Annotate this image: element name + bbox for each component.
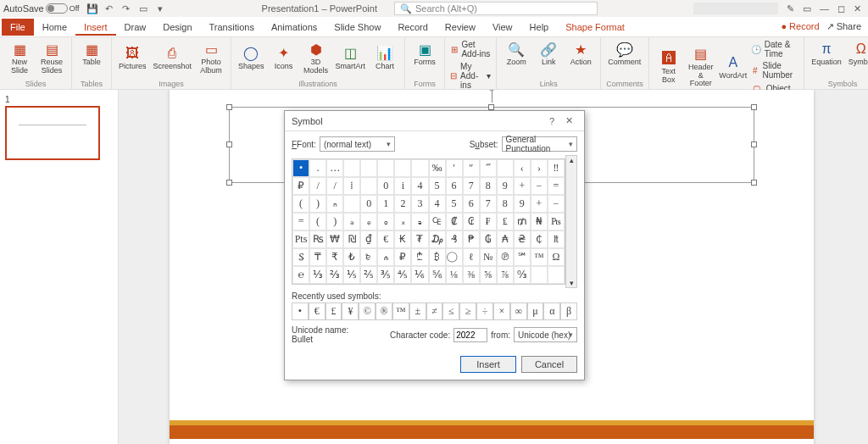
- symbol-cell[interactable]: №: [480, 248, 497, 266]
- zoom-button[interactable]: 🔍Zoom: [502, 39, 531, 69]
- symbol-cell[interactable]: ‼: [548, 159, 565, 177]
- symbol-cell[interactable]: ™: [531, 248, 548, 266]
- symbol-cell[interactable]: ₻: [360, 248, 377, 266]
- symbol-cell[interactable]: 7: [480, 195, 497, 213]
- symbol-cell[interactable]: ₮: [411, 230, 428, 248]
- symbol-cell[interactable]: ₽: [292, 177, 309, 195]
- symbol-cell[interactable]: ₨: [309, 230, 326, 248]
- recent-symbol-cell[interactable]: α: [543, 302, 560, 320]
- symbol-cell[interactable]: +: [531, 195, 548, 213]
- symbol-cell[interactable]: ₳: [497, 230, 514, 248]
- tab-shape-format[interactable]: Shape Format: [557, 19, 633, 36]
- symbol-cell[interactable]: /: [309, 177, 326, 195]
- dialog-close-icon[interactable]: ✕: [560, 115, 577, 126]
- shapes-button[interactable]: ◯Shapes: [236, 39, 266, 77]
- screenshot-button[interactable]: ⎙Screenshot: [152, 39, 194, 77]
- chart-button[interactable]: 📊Chart: [370, 39, 399, 77]
- symbol-cell[interactable]: (: [309, 213, 326, 230]
- symbol-cell[interactable]: ₪: [343, 230, 360, 248]
- symbol-cell[interactable]: ₧: [548, 213, 565, 230]
- symbol-cell[interactable]: ›: [531, 159, 548, 177]
- symbol-cell[interactable]: 6: [463, 195, 480, 213]
- symbol-cell[interactable]: [343, 195, 360, 213]
- recent-symbol-cell[interactable]: ®: [376, 302, 392, 320]
- symbol-cell[interactable]: ↉: [514, 266, 531, 284]
- symbol-cell[interactable]: ⃝: [446, 248, 463, 266]
- tab-transitions[interactable]: Transitions: [201, 19, 263, 36]
- symbol-cell[interactable]: ₤: [497, 213, 514, 230]
- symbol-cell[interactable]: ₼: [377, 248, 394, 266]
- symbol-cell[interactable]: ₐ: [343, 213, 360, 230]
- tab-record[interactable]: Record: [389, 19, 436, 36]
- symbol-cell[interactable]: …: [326, 159, 343, 177]
- symbol-cell[interactable]: ₷: [292, 248, 309, 266]
- symbol-cell[interactable]: [531, 266, 548, 284]
- symbol-cell[interactable]: ⅖: [360, 266, 377, 284]
- insert-button[interactable]: Insert: [460, 356, 516, 373]
- symbol-cell[interactable]: [360, 159, 377, 177]
- tab-slideshow[interactable]: Slide Show: [326, 19, 389, 36]
- symbol-cell[interactable]: ₣: [480, 213, 497, 230]
- link-button[interactable]: 🔗Link: [534, 39, 563, 69]
- symbol-cell[interactable]: ₩: [326, 230, 343, 248]
- recent-symbol-cell[interactable]: ±: [409, 302, 426, 320]
- symbol-cell[interactable]: =: [292, 213, 309, 230]
- search-input[interactable]: 🔍 Search (Alt+Q): [394, 2, 598, 15]
- symbol-cell[interactable]: [497, 159, 514, 177]
- forms-button[interactable]: ▣Forms: [410, 39, 439, 69]
- recent-symbol-cell[interactable]: £: [326, 302, 342, 320]
- recent-symbol-cell[interactable]: €: [309, 302, 326, 320]
- reuse-slides-button[interactable]: ▤Reuse Slides: [37, 39, 66, 77]
- photo-album-button[interactable]: ▭Photo Album: [197, 39, 225, 77]
- symbol-cell[interactable]: ₽: [394, 248, 411, 266]
- symbol-cell[interactable]: +: [514, 177, 531, 195]
- date-time-button[interactable]: 🕒Date & Time: [751, 39, 798, 59]
- symbol-cell[interactable]: ₺: [343, 248, 360, 266]
- from-combo[interactable]: Unicode (hex): [514, 327, 577, 342]
- symbol-cell[interactable]: ‹: [514, 159, 531, 177]
- symbol-cell[interactable]: ℓ: [463, 248, 480, 266]
- ribbon-options-icon[interactable]: ✎: [787, 3, 794, 14]
- 3d-models-button[interactable]: ⬢3D Models: [302, 39, 331, 77]
- recent-symbol-cell[interactable]: ≥: [459, 302, 476, 320]
- symbol-cell[interactable]: ₢: [463, 213, 480, 230]
- tab-review[interactable]: Review: [437, 19, 484, 36]
- share-button[interactable]: ↗ Share: [826, 21, 861, 32]
- slide-thumbnail[interactable]: [5, 106, 100, 160]
- symbol-button[interactable]: ΩSymbol: [847, 39, 868, 69]
- slideshow-icon[interactable]: ▭: [137, 3, 149, 14]
- recent-symbol-cell[interactable]: •: [292, 302, 309, 320]
- equation-button[interactable]: πEquation: [810, 39, 843, 69]
- symbol-cell[interactable]: ₱: [463, 230, 480, 248]
- symbol-cell[interactable]: ₒ: [377, 213, 394, 230]
- symbol-cell[interactable]: ℠: [514, 248, 531, 266]
- symbol-scrollbar[interactable]: ▴▾: [565, 155, 577, 288]
- symbol-cell[interactable]: 7: [463, 177, 480, 195]
- table-button[interactable]: ▦Table: [77, 39, 106, 69]
- symbol-cell[interactable]: −: [531, 177, 548, 195]
- symbol-cell[interactable]: 3: [411, 195, 428, 213]
- tab-draw[interactable]: Draw: [116, 19, 155, 36]
- symbol-cell[interactable]: [360, 177, 377, 195]
- symbol-cell[interactable]: −: [548, 195, 565, 213]
- symbol-cell[interactable]: ⅝: [480, 266, 497, 284]
- symbol-cell[interactable]: .: [309, 159, 326, 177]
- tab-home[interactable]: Home: [34, 19, 75, 36]
- recent-symbol-cell[interactable]: ≠: [426, 302, 443, 320]
- header-footer-button[interactable]: ▤Header & Footer: [687, 39, 715, 95]
- symbol-cell[interactable]: [548, 266, 565, 284]
- symbol-cell[interactable]: ₰: [446, 230, 463, 248]
- font-combo[interactable]: (normal text): [320, 136, 395, 152]
- symbol-cell[interactable]: 5: [446, 195, 463, 213]
- symbol-cell[interactable]: ⅓: [309, 266, 326, 284]
- symbol-cell[interactable]: ₸: [309, 248, 326, 266]
- symbol-cell[interactable]: [394, 159, 411, 177]
- minimize-icon[interactable]: —: [820, 3, 829, 14]
- tab-view[interactable]: View: [484, 19, 521, 36]
- symbol-cell[interactable]: ₦: [531, 213, 548, 230]
- symbol-cell[interactable]: ⁞: [343, 177, 360, 195]
- smartart-button[interactable]: ◫SmartArt: [334, 39, 368, 77]
- icons-button[interactable]: ✦Icons: [270, 39, 298, 77]
- comment-button[interactable]: 💬Comment: [606, 39, 643, 69]
- symbol-cell[interactable]: ₯: [429, 230, 446, 248]
